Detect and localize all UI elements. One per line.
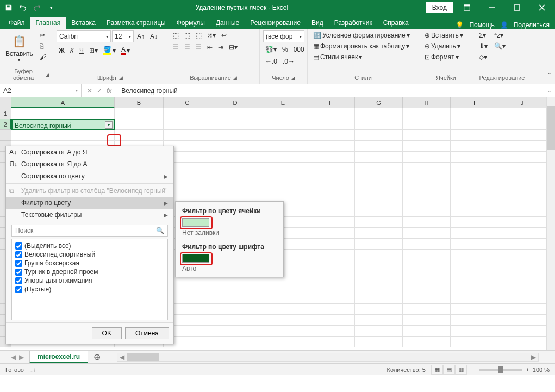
cell-E22[interactable] (259, 337, 307, 347)
cell-E20[interactable] (259, 315, 307, 326)
sheet-nav-prev-icon[interactable]: ◀ (11, 353, 16, 361)
cell-H8[interactable] (403, 184, 451, 195)
wrap-text-icon[interactable]: ↩ (219, 30, 229, 40)
cell-F22[interactable] (307, 337, 355, 347)
cell-B1[interactable] (115, 108, 164, 119)
cell-D2[interactable] (211, 119, 259, 130)
select-all-corner[interactable] (0, 97, 11, 108)
cell-I18[interactable] (451, 293, 498, 304)
cell-H22[interactable] (403, 337, 451, 347)
cell-D19[interactable] (211, 304, 259, 315)
cell-H15[interactable] (403, 260, 451, 271)
cell-H21[interactable] (403, 326, 451, 337)
copy-icon[interactable]: ⎘ (38, 41, 48, 51)
filter-search-box[interactable]: 🔍 (11, 225, 168, 237)
cell-F14[interactable] (307, 250, 355, 260)
clipboard-launcher-icon[interactable]: ◢ (46, 72, 49, 77)
align-center-icon[interactable]: ☰ (182, 42, 192, 52)
minimize-icon[interactable] (481, 0, 503, 15)
zoom-slider[interactable] (479, 369, 522, 371)
cell-E17[interactable] (259, 282, 307, 293)
cell-G19[interactable] (355, 304, 403, 315)
cell-J21[interactable] (498, 326, 546, 337)
macro-record-icon[interactable]: ⬚ (29, 366, 35, 373)
cell-D8[interactable] (211, 184, 259, 195)
cell-I11[interactable] (451, 217, 498, 228)
cell-I1[interactable] (451, 108, 498, 119)
filter-checkbox[interactable] (15, 251, 22, 258)
view-page-icon[interactable]: ▤ (443, 365, 455, 375)
column-header-C[interactable]: C (164, 97, 211, 108)
cell-J10[interactable] (498, 206, 546, 217)
cell-E2[interactable] (259, 119, 307, 130)
merge-icon[interactable]: ⊟▾ (227, 42, 240, 52)
view-normal-icon[interactable]: ▦ (431, 365, 443, 375)
filter-check-item[interactable]: Турник в дверной проем (14, 267, 165, 276)
cell-B3[interactable] (115, 130, 164, 141)
cell-G22[interactable] (355, 337, 403, 347)
cell-G18[interactable] (355, 293, 403, 304)
fill-color-icon[interactable]: 🪣▾ (101, 45, 118, 56)
number-format-combo[interactable]: (все фор▾ (263, 30, 304, 42)
cell-I20[interactable] (451, 315, 498, 326)
cell-G12[interactable] (355, 228, 403, 239)
cell-G9[interactable] (355, 195, 403, 206)
comma-icon[interactable]: 000 (291, 45, 307, 54)
cell-J9[interactable] (498, 195, 546, 206)
font-size-combo[interactable]: 12 ▾ (112, 30, 134, 42)
cell-D7[interactable] (211, 173, 259, 184)
cell-I7[interactable] (451, 173, 498, 184)
cell-F13[interactable] (307, 239, 355, 250)
cell-H19[interactable] (403, 304, 451, 315)
cell-styles-button[interactable]: ▤ Стили ячеек▾ (311, 52, 412, 62)
align-bottom-icon[interactable]: ⬚ (194, 30, 204, 40)
cell-C2[interactable] (164, 119, 211, 130)
cell-I3[interactable] (451, 130, 498, 141)
cell-F11[interactable] (307, 217, 355, 228)
cell-H16[interactable] (403, 271, 451, 282)
collapse-ribbon-icon[interactable]: ⌃ (547, 72, 552, 79)
cell-J11[interactable] (498, 217, 546, 228)
cell-D22[interactable] (211, 337, 259, 347)
auto-label[interactable]: Авто (179, 264, 280, 273)
cell-J12[interactable] (498, 228, 546, 239)
cell-D18[interactable] (211, 293, 259, 304)
login-button[interactable]: Вход (426, 2, 453, 13)
format-as-table-button[interactable]: ▦ Форматировать как таблицу▾ (311, 41, 412, 51)
tellme-label[interactable]: Помощь (469, 21, 494, 29)
cell-G4[interactable] (355, 141, 403, 152)
cell-E4[interactable] (259, 141, 307, 152)
cell-A1[interactable] (11, 108, 115, 119)
cell-C1[interactable] (164, 108, 211, 119)
cell-F10[interactable] (307, 206, 355, 217)
cell-H2[interactable] (403, 119, 451, 130)
number-launcher-icon[interactable]: ◢ (291, 75, 295, 80)
cell-G5[interactable] (355, 152, 403, 163)
cell-J15[interactable] (498, 260, 546, 271)
cell-F15[interactable] (307, 260, 355, 271)
conditional-format-button[interactable]: 🔢 Условное форматирование▾ (311, 30, 412, 40)
cell-G13[interactable] (355, 239, 403, 250)
align-middle-icon[interactable]: ⬚ (182, 30, 192, 40)
filter-dropdown-button[interactable]: ▾ (105, 121, 113, 129)
cell-H10[interactable] (403, 206, 451, 217)
cell-H12[interactable] (403, 228, 451, 239)
cell-J5[interactable] (498, 152, 546, 163)
currency-icon[interactable]: 💱▾ (263, 45, 279, 54)
zoom-in-icon[interactable]: + (526, 366, 529, 373)
cell-I19[interactable] (451, 304, 498, 315)
cell-I8[interactable] (451, 184, 498, 195)
increase-decimal-icon[interactable]: ←.0 (263, 57, 279, 66)
filter-by-color-item[interactable]: Фильтр по цвету▶ (6, 197, 173, 209)
cell-G16[interactable] (355, 271, 403, 282)
column-header-F[interactable]: F (307, 97, 355, 108)
vertical-scrollbar[interactable] (546, 97, 555, 350)
borders-icon[interactable]: ⊞▾ (87, 46, 100, 55)
cell-G14[interactable] (355, 250, 403, 260)
cell-E7[interactable] (259, 173, 307, 184)
cell-J7[interactable] (498, 173, 546, 184)
cell-H9[interactable] (403, 195, 451, 206)
cell-A2[interactable]: Велосипед горный▾ (11, 119, 115, 130)
filter-check-item[interactable]: (Выделить все) (14, 241, 165, 250)
cell-J20[interactable] (498, 315, 546, 326)
